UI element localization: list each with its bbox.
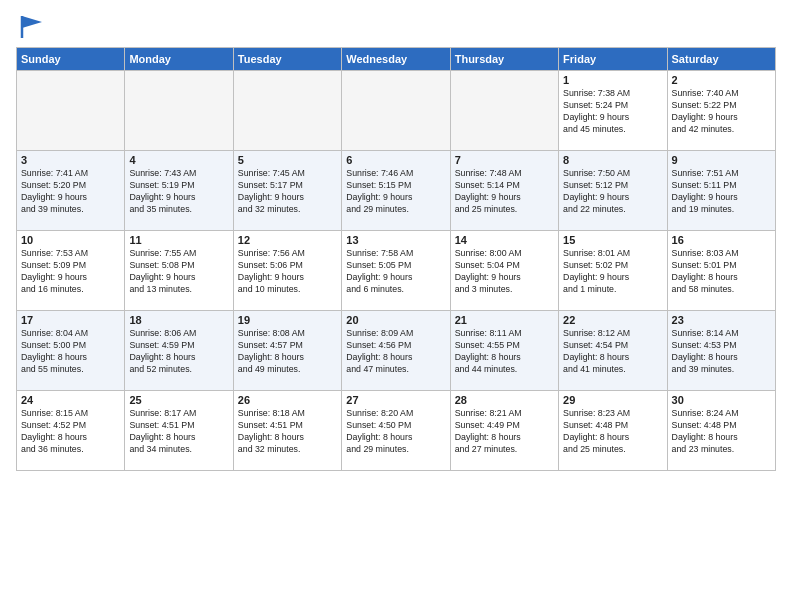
day-number: 1 (563, 74, 662, 86)
day-number: 3 (21, 154, 120, 166)
day-info: Sunrise: 8:17 AM Sunset: 4:51 PM Dayligh… (129, 408, 228, 456)
day-number: 22 (563, 314, 662, 326)
calendar-day-cell: 9Sunrise: 7:51 AM Sunset: 5:11 PM Daylig… (667, 151, 775, 231)
calendar-day-cell (125, 71, 233, 151)
day-info: Sunrise: 8:18 AM Sunset: 4:51 PM Dayligh… (238, 408, 337, 456)
calendar-day-cell: 6Sunrise: 7:46 AM Sunset: 5:15 PM Daylig… (342, 151, 450, 231)
calendar-day-cell: 24Sunrise: 8:15 AM Sunset: 4:52 PM Dayli… (17, 391, 125, 471)
calendar-day-cell (342, 71, 450, 151)
day-info: Sunrise: 7:41 AM Sunset: 5:20 PM Dayligh… (21, 168, 120, 216)
day-number: 13 (346, 234, 445, 246)
calendar-day-cell (233, 71, 341, 151)
day-number: 6 (346, 154, 445, 166)
day-number: 16 (672, 234, 771, 246)
day-info: Sunrise: 7:58 AM Sunset: 5:05 PM Dayligh… (346, 248, 445, 296)
header (16, 12, 776, 39)
day-number: 9 (672, 154, 771, 166)
calendar-day-cell (450, 71, 558, 151)
calendar-day-header: Wednesday (342, 48, 450, 71)
day-info: Sunrise: 7:45 AM Sunset: 5:17 PM Dayligh… (238, 168, 337, 216)
calendar-day-cell: 22Sunrise: 8:12 AM Sunset: 4:54 PM Dayli… (559, 311, 667, 391)
day-number: 19 (238, 314, 337, 326)
calendar-week-row: 3Sunrise: 7:41 AM Sunset: 5:20 PM Daylig… (17, 151, 776, 231)
day-info: Sunrise: 7:51 AM Sunset: 5:11 PM Dayligh… (672, 168, 771, 216)
svg-marker-0 (22, 16, 42, 28)
day-info: Sunrise: 8:20 AM Sunset: 4:50 PM Dayligh… (346, 408, 445, 456)
day-info: Sunrise: 8:09 AM Sunset: 4:56 PM Dayligh… (346, 328, 445, 376)
calendar-day-cell: 23Sunrise: 8:14 AM Sunset: 4:53 PM Dayli… (667, 311, 775, 391)
calendar-day-header: Sunday (17, 48, 125, 71)
day-number: 15 (563, 234, 662, 246)
day-info: Sunrise: 8:21 AM Sunset: 4:49 PM Dayligh… (455, 408, 554, 456)
calendar-day-cell: 14Sunrise: 8:00 AM Sunset: 5:04 PM Dayli… (450, 231, 558, 311)
calendar-day-cell: 29Sunrise: 8:23 AM Sunset: 4:48 PM Dayli… (559, 391, 667, 471)
day-number: 18 (129, 314, 228, 326)
day-number: 30 (672, 394, 771, 406)
day-number: 23 (672, 314, 771, 326)
calendar-day-cell: 8Sunrise: 7:50 AM Sunset: 5:12 PM Daylig… (559, 151, 667, 231)
calendar-week-row: 17Sunrise: 8:04 AM Sunset: 5:00 PM Dayli… (17, 311, 776, 391)
day-info: Sunrise: 7:40 AM Sunset: 5:22 PM Dayligh… (672, 88, 771, 136)
day-number: 7 (455, 154, 554, 166)
calendar-day-cell: 4Sunrise: 7:43 AM Sunset: 5:19 PM Daylig… (125, 151, 233, 231)
day-info: Sunrise: 8:01 AM Sunset: 5:02 PM Dayligh… (563, 248, 662, 296)
calendar-day-cell: 25Sunrise: 8:17 AM Sunset: 4:51 PM Dayli… (125, 391, 233, 471)
calendar-day-cell: 5Sunrise: 7:45 AM Sunset: 5:17 PM Daylig… (233, 151, 341, 231)
day-info: Sunrise: 8:11 AM Sunset: 4:55 PM Dayligh… (455, 328, 554, 376)
calendar-day-cell: 30Sunrise: 8:24 AM Sunset: 4:48 PM Dayli… (667, 391, 775, 471)
day-number: 29 (563, 394, 662, 406)
day-info: Sunrise: 7:56 AM Sunset: 5:06 PM Dayligh… (238, 248, 337, 296)
calendar-day-header: Friday (559, 48, 667, 71)
day-info: Sunrise: 7:50 AM Sunset: 5:12 PM Dayligh… (563, 168, 662, 216)
logo-text (16, 12, 46, 45)
calendar-day-header: Thursday (450, 48, 558, 71)
day-number: 28 (455, 394, 554, 406)
day-number: 11 (129, 234, 228, 246)
calendar-day-cell: 7Sunrise: 7:48 AM Sunset: 5:14 PM Daylig… (450, 151, 558, 231)
day-info: Sunrise: 8:24 AM Sunset: 4:48 PM Dayligh… (672, 408, 771, 456)
logo-flag-icon (18, 12, 46, 40)
day-info: Sunrise: 7:38 AM Sunset: 5:24 PM Dayligh… (563, 88, 662, 136)
calendar-week-row: 1Sunrise: 7:38 AM Sunset: 5:24 PM Daylig… (17, 71, 776, 151)
calendar-day-cell: 3Sunrise: 7:41 AM Sunset: 5:20 PM Daylig… (17, 151, 125, 231)
calendar-week-row: 24Sunrise: 8:15 AM Sunset: 4:52 PM Dayli… (17, 391, 776, 471)
day-info: Sunrise: 8:14 AM Sunset: 4:53 PM Dayligh… (672, 328, 771, 376)
day-number: 17 (21, 314, 120, 326)
calendar-day-cell: 21Sunrise: 8:11 AM Sunset: 4:55 PM Dayli… (450, 311, 558, 391)
day-number: 21 (455, 314, 554, 326)
calendar-day-cell: 20Sunrise: 8:09 AM Sunset: 4:56 PM Dayli… (342, 311, 450, 391)
calendar-body: 1Sunrise: 7:38 AM Sunset: 5:24 PM Daylig… (17, 71, 776, 471)
calendar-day-cell: 11Sunrise: 7:55 AM Sunset: 5:08 PM Dayli… (125, 231, 233, 311)
calendar-day-header: Tuesday (233, 48, 341, 71)
day-number: 14 (455, 234, 554, 246)
calendar-day-cell: 17Sunrise: 8:04 AM Sunset: 5:00 PM Dayli… (17, 311, 125, 391)
calendar-day-cell: 2Sunrise: 7:40 AM Sunset: 5:22 PM Daylig… (667, 71, 775, 151)
day-info: Sunrise: 8:03 AM Sunset: 5:01 PM Dayligh… (672, 248, 771, 296)
day-info: Sunrise: 7:46 AM Sunset: 5:15 PM Dayligh… (346, 168, 445, 216)
day-number: 27 (346, 394, 445, 406)
day-number: 26 (238, 394, 337, 406)
calendar-day-cell: 27Sunrise: 8:20 AM Sunset: 4:50 PM Dayli… (342, 391, 450, 471)
calendar-day-cell: 18Sunrise: 8:06 AM Sunset: 4:59 PM Dayli… (125, 311, 233, 391)
day-number: 10 (21, 234, 120, 246)
day-info: Sunrise: 7:48 AM Sunset: 5:14 PM Dayligh… (455, 168, 554, 216)
calendar-week-row: 10Sunrise: 7:53 AM Sunset: 5:09 PM Dayli… (17, 231, 776, 311)
calendar-day-cell: 16Sunrise: 8:03 AM Sunset: 5:01 PM Dayli… (667, 231, 775, 311)
calendar-day-cell: 12Sunrise: 7:56 AM Sunset: 5:06 PM Dayli… (233, 231, 341, 311)
day-info: Sunrise: 7:55 AM Sunset: 5:08 PM Dayligh… (129, 248, 228, 296)
calendar-day-cell: 13Sunrise: 7:58 AM Sunset: 5:05 PM Dayli… (342, 231, 450, 311)
day-info: Sunrise: 8:00 AM Sunset: 5:04 PM Dayligh… (455, 248, 554, 296)
calendar-header-row: SundayMondayTuesdayWednesdayThursdayFrid… (17, 48, 776, 71)
day-info: Sunrise: 7:53 AM Sunset: 5:09 PM Dayligh… (21, 248, 120, 296)
calendar-day-header: Monday (125, 48, 233, 71)
day-info: Sunrise: 8:23 AM Sunset: 4:48 PM Dayligh… (563, 408, 662, 456)
calendar-day-cell: 10Sunrise: 7:53 AM Sunset: 5:09 PM Dayli… (17, 231, 125, 311)
calendar-day-cell: 26Sunrise: 8:18 AM Sunset: 4:51 PM Dayli… (233, 391, 341, 471)
day-number: 8 (563, 154, 662, 166)
day-info: Sunrise: 8:15 AM Sunset: 4:52 PM Dayligh… (21, 408, 120, 456)
calendar-table: SundayMondayTuesdayWednesdayThursdayFrid… (16, 47, 776, 471)
calendar-day-cell: 1Sunrise: 7:38 AM Sunset: 5:24 PM Daylig… (559, 71, 667, 151)
calendar-day-cell: 28Sunrise: 8:21 AM Sunset: 4:49 PM Dayli… (450, 391, 558, 471)
page: SundayMondayTuesdayWednesdayThursdayFrid… (0, 0, 792, 612)
calendar-day-header: Saturday (667, 48, 775, 71)
